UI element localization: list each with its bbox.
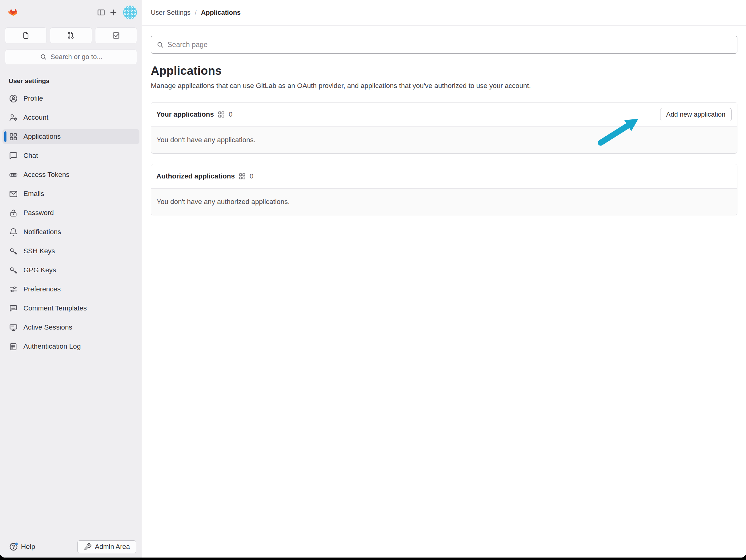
password-icon <box>9 208 18 218</box>
active-indicator <box>4 131 6 142</box>
sidebar-item-preferences[interactable]: Preferences <box>2 282 139 297</box>
help-button[interactable]: Help <box>9 542 35 552</box>
page-content: Applications Manage applications that ca… <box>142 26 746 215</box>
todo-check-icon <box>111 31 121 40</box>
create-new-button[interactable] <box>107 6 119 19</box>
applications-grid-icon <box>217 111 225 118</box>
empty-state-text: You don't have any applications. <box>151 126 737 153</box>
sidebar-footer: Help Admin Area <box>0 540 142 558</box>
search-or-go-to[interactable]: Search or go to... <box>5 50 137 64</box>
gitlab-logo-icon[interactable] <box>6 5 21 20</box>
your-applications-card: Your applications 0 Add new application … <box>151 102 737 153</box>
search-icon <box>156 40 164 49</box>
add-new-application-button[interactable]: Add new application <box>660 108 731 121</box>
breadcrumb-current: Applications <box>201 9 241 17</box>
issues-icon <box>21 31 30 40</box>
sidebar: Search or go to... User settings Profile… <box>0 0 142 558</box>
page-title: Applications <box>151 64 737 78</box>
merge-request-icon <box>66 31 76 40</box>
sidebar-item-active-sessions[interactable]: Active Sessions <box>2 320 139 335</box>
authorized-count: 0 <box>250 172 254 180</box>
sidebar-item-emails[interactable]: Emails <box>2 186 139 201</box>
emails-icon <box>9 189 18 199</box>
page-search <box>151 36 737 54</box>
applications-count: 0 <box>229 111 233 118</box>
sidebar-header <box>0 0 142 20</box>
sidebar-item-profile[interactable]: Profile <box>2 91 139 106</box>
sidebar-item-applications[interactable]: Applications <box>2 129 139 144</box>
applications-grid-icon <box>238 172 246 180</box>
sidebar-item-ssh-keys[interactable]: SSH Keys <box>2 244 139 259</box>
main-area: User Settings/Applications Applications … <box>142 0 746 558</box>
sidebar-search-label: Search or go to... <box>51 53 103 61</box>
browser-window: Search or go to... User settings Profile… <box>0 0 746 558</box>
breadcrumb-link[interactable]: User Settings <box>151 9 191 17</box>
todos-button[interactable] <box>95 27 137 43</box>
sidebar-item-authentication-log[interactable]: Authentication Log <box>2 339 139 354</box>
breadcrumb: User Settings/Applications <box>151 9 241 17</box>
collapse-sidebar-icon <box>97 8 106 17</box>
authentication-log-icon <box>9 342 18 351</box>
authorized-applications-card: Authorized applications 0 You don't have… <box>151 164 737 215</box>
empty-state-text: You don't have any authorized applicatio… <box>151 188 737 215</box>
sidebar-item-account[interactable]: Account <box>2 110 139 125</box>
notifications-icon <box>9 227 18 237</box>
plus-icon <box>109 8 118 17</box>
access-tokens-icon <box>9 170 18 180</box>
merge-requests-button[interactable] <box>50 27 92 43</box>
breadcrumb-separator: / <box>195 9 197 17</box>
issues-button[interactable] <box>5 27 47 43</box>
account-icon <box>9 113 18 122</box>
card-title: Your applications <box>156 111 214 118</box>
sidebar-section-label: User settings <box>0 77 142 85</box>
sidebar-item-password[interactable]: Password <box>2 206 139 220</box>
sidebar-item-access-tokens[interactable]: Access Tokens <box>2 167 139 182</box>
collapse-sidebar-button[interactable] <box>95 6 107 19</box>
key-icon <box>9 266 18 275</box>
page-description: Manage applications that can use GitLab … <box>151 82 737 90</box>
help-label: Help <box>21 543 35 551</box>
help-icon <box>9 542 19 552</box>
applications-icon <box>9 132 18 142</box>
sidebar-item-notifications[interactable]: Notifications <box>2 225 139 239</box>
card-title: Authorized applications <box>156 172 235 180</box>
sidebar-item-comment-templates[interactable]: Comment Templates <box>2 301 139 316</box>
sidebar-shortcuts <box>0 27 142 43</box>
admin-area-label: Admin Area <box>95 543 130 551</box>
sidebar-item-chat[interactable]: Chat <box>2 148 139 163</box>
sidebar-nav: Profile Account Applications Chat Access… <box>0 91 142 358</box>
key-icon <box>9 246 18 256</box>
avatar[interactable] <box>123 5 137 19</box>
admin-area-button[interactable]: Admin Area <box>77 540 136 553</box>
comment-templates-icon <box>9 304 18 313</box>
chat-icon <box>9 151 18 160</box>
active-sessions-icon <box>9 323 18 332</box>
profile-icon <box>9 94 18 104</box>
sidebar-item-gpg-keys[interactable]: GPG Keys <box>2 263 139 277</box>
help-notification-dot <box>15 542 18 545</box>
page-search-input[interactable] <box>167 40 732 49</box>
wrench-icon <box>84 543 92 551</box>
preferences-icon <box>9 285 18 294</box>
search-icon <box>39 53 48 61</box>
breadcrumb-bar: User Settings/Applications <box>142 0 746 26</box>
